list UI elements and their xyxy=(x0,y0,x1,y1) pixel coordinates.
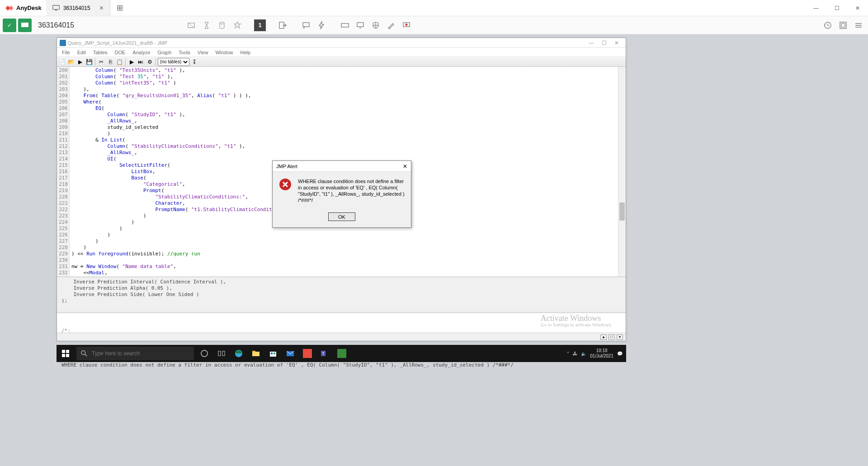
tool-step-icon[interactable]: ⏭ xyxy=(137,58,145,66)
cortana-icon[interactable] xyxy=(196,345,213,362)
system-tray[interactable]: ˄ 🖧 🔈 10:18 01/Jul/2021 💬 xyxy=(563,348,626,359)
svg-rect-22 xyxy=(62,350,65,353)
svg-point-14 xyxy=(406,24,408,26)
output-panel[interactable]: /*: WHERE clause condition does not defi… xyxy=(57,312,626,333)
hourglass-icon[interactable] xyxy=(200,19,213,32)
jmp-close[interactable]: ✕ xyxy=(610,40,623,46)
menu-icon[interactable] xyxy=(852,19,865,32)
remote-desktop: Query_JMP_Script_14Jun2021_draftB - JMP … xyxy=(0,34,868,466)
jmp-alert-dialog: JMP Alert ✕ WHERE clause condition does … xyxy=(272,160,411,228)
svg-point-26 xyxy=(81,351,85,355)
svg-rect-17 xyxy=(841,24,845,27)
tool-copy-icon[interactable]: ⎘ xyxy=(106,58,114,66)
svg-rect-32 xyxy=(252,352,259,356)
tables-dropdown[interactable]: (no tables) xyxy=(158,58,189,66)
record-icon[interactable] xyxy=(400,19,413,32)
settings-icon[interactable] xyxy=(836,19,850,32)
tool-save-icon[interactable]: 💾 xyxy=(85,58,93,66)
log-panel[interactable]: Inverse Prediction Interval( Confidence … xyxy=(57,277,626,312)
display-icon[interactable] xyxy=(354,19,367,32)
svg-rect-7 xyxy=(303,23,309,27)
menu-doe[interactable]: DOE xyxy=(112,50,129,55)
privacy-icon[interactable] xyxy=(369,19,382,32)
tool-runscript-icon[interactable]: ▶ xyxy=(127,58,136,66)
windows-watermark: Activate Windows Go to Settings to activ… xyxy=(541,315,612,328)
jmp-menubar: File Edit Tables DOE Analyze Graph Tools… xyxy=(57,48,626,57)
svg-rect-0 xyxy=(52,5,59,9)
menu-edit[interactable]: Edit xyxy=(74,50,89,55)
address-field[interactable]: 363164015 xyxy=(33,21,183,29)
monitor-icon xyxy=(52,5,60,11)
exit-icon[interactable] xyxy=(276,19,289,32)
tool-new-icon[interactable]: 📄 xyxy=(58,58,66,66)
database-icon[interactable] xyxy=(215,19,229,32)
history-icon[interactable] xyxy=(821,19,835,32)
tray-network-icon[interactable]: 🖧 xyxy=(573,351,577,356)
chat-icon[interactable] xyxy=(299,19,313,32)
alert-ok-button[interactable]: OK xyxy=(328,212,355,221)
actions-icon[interactable] xyxy=(315,19,328,32)
close-tab-icon[interactable]: × xyxy=(99,4,104,12)
store-icon[interactable] xyxy=(264,345,282,362)
tool-ref-icon[interactable]: ↧ xyxy=(190,58,198,66)
svg-rect-2 xyxy=(21,23,28,27)
svg-line-4 xyxy=(188,23,194,28)
alert-title: JMP Alert xyxy=(276,164,403,169)
whiteboard-icon[interactable] xyxy=(384,19,398,32)
svg-rect-16 xyxy=(840,22,846,28)
monitor-status-icon[interactable] xyxy=(18,19,32,32)
svg-rect-30 xyxy=(222,351,225,356)
jmp-app-icon xyxy=(60,40,66,46)
tool-run-icon[interactable]: ▶ xyxy=(76,58,84,66)
menu-analyze[interactable]: Analyze xyxy=(129,50,153,55)
minimize-button[interactable]: — xyxy=(806,0,826,16)
svg-rect-23 xyxy=(66,350,69,353)
keyboard-icon[interactable] xyxy=(338,19,352,32)
tray-volume-icon[interactable]: 🔈 xyxy=(581,351,586,356)
close-button[interactable]: ✕ xyxy=(847,0,868,16)
start-button[interactable] xyxy=(57,345,75,362)
taskbar-clock[interactable]: 10:18 01/Jul/2021 xyxy=(590,348,613,359)
menu-view[interactable]: View xyxy=(194,50,212,55)
teams-icon[interactable]: T xyxy=(316,345,333,362)
explorer-icon[interactable] xyxy=(247,345,264,362)
app-red-icon[interactable] xyxy=(299,345,316,362)
star-icon[interactable] xyxy=(231,19,244,32)
tray-chevron-icon[interactable]: ˄ xyxy=(567,351,569,356)
scrollbar-thumb[interactable] xyxy=(619,202,625,221)
display-1-button[interactable]: 1 xyxy=(254,19,266,31)
jmp-minimize[interactable]: — xyxy=(585,40,598,46)
menu-file[interactable]: File xyxy=(59,50,73,55)
menu-tools[interactable]: Tools xyxy=(175,50,193,55)
alert-titlebar[interactable]: JMP Alert ✕ xyxy=(273,161,411,172)
menu-graph[interactable]: Graph xyxy=(154,50,175,55)
taskbar-search[interactable] xyxy=(76,347,194,360)
anydesk-titlebar: AnyDesk 363164015 × ⊞ — ☐ ✕ xyxy=(0,0,868,16)
search-input[interactable] xyxy=(92,350,189,357)
jmp-titlebar[interactable]: Query_JMP_Script_14Jun2021_draftB - JMP … xyxy=(57,38,626,48)
menu-help[interactable]: Help xyxy=(237,50,254,55)
notifications-icon[interactable]: 💬 xyxy=(617,351,623,356)
session-tab[interactable]: 363164015 × xyxy=(46,0,110,16)
vertical-scrollbar[interactable] xyxy=(618,67,626,277)
mail-icon[interactable] xyxy=(282,345,299,362)
new-tab-button[interactable]: ⊞ xyxy=(110,3,129,13)
alert-close-icon[interactable]: ✕ xyxy=(403,163,407,169)
jmp-taskbar-icon[interactable] xyxy=(333,345,350,362)
tool-paste-icon[interactable]: 📋 xyxy=(115,58,123,66)
svg-rect-25 xyxy=(66,354,69,357)
tool-open-icon[interactable]: 📂 xyxy=(67,58,75,66)
taskview-icon[interactable] xyxy=(213,345,230,362)
tool-debug-icon[interactable]: ⚙ xyxy=(146,58,154,66)
svg-rect-29 xyxy=(218,351,221,356)
svg-point-28 xyxy=(201,350,208,357)
line-gutter: 200 201 202 203 204 205 206 207 208 209 … xyxy=(57,67,70,277)
edge-icon[interactable] xyxy=(230,345,247,362)
tool-cut-icon[interactable]: ✂ xyxy=(97,58,105,66)
menu-window[interactable]: Window xyxy=(212,50,236,55)
screenshot-icon[interactable] xyxy=(184,19,198,32)
menu-tables[interactable]: Tables xyxy=(90,50,111,55)
jmp-maximize[interactable]: ☐ xyxy=(598,40,610,46)
session-ok-icon[interactable]: ✓ xyxy=(3,19,16,32)
maximize-button[interactable]: ☐ xyxy=(826,0,847,16)
